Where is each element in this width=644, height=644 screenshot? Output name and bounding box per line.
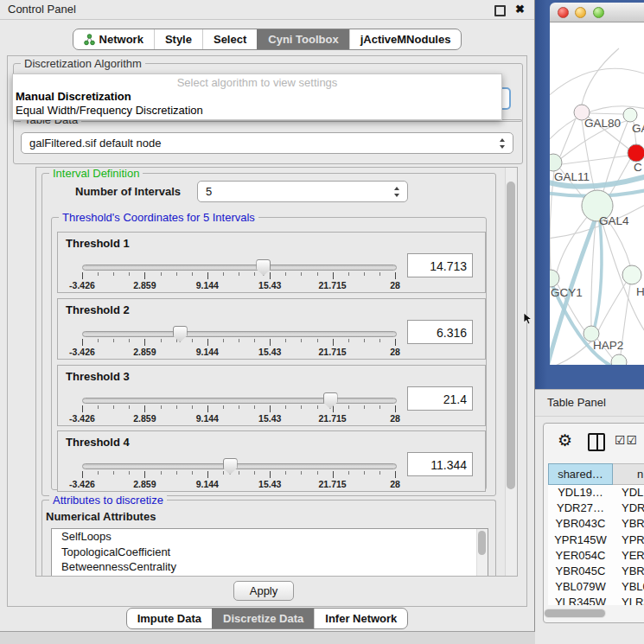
- slider-tick-label: -3.426: [69, 280, 95, 290]
- slider-tick-label: 15.43: [258, 479, 281, 489]
- minimize-traffic-light[interactable]: [575, 7, 586, 18]
- network-edge[interactable]: [550, 68, 644, 99]
- tab-infer-network[interactable]: Infer Network: [314, 609, 407, 628]
- slider-tick-label: 15.43: [258, 280, 281, 290]
- table-row[interactable]: YBR045CYBR0: [548, 564, 644, 579]
- network-node-label: GCY1: [551, 286, 583, 299]
- interval-definition-group: Interval Definition Number of Intervals …: [41, 173, 496, 496]
- node-table-rows: YDL19…YDL1YDR27…YDR2YBR043CYBR0YPR145WYP…: [548, 485, 644, 605]
- threshold-2-slider-track[interactable]: [82, 331, 397, 337]
- threshold-3-slider-ticks: [82, 405, 395, 413]
- attribute-item-selfloops[interactable]: SelfLoops: [52, 529, 488, 545]
- network-edge[interactable]: [609, 159, 630, 195]
- network-edge[interactable]: [560, 118, 576, 156]
- settings-scroll-area: Interval Definition Number of Intervals …: [35, 167, 518, 577]
- table-row[interactable]: YDL19…YDL1: [548, 485, 644, 501]
- control-panel-titlebar: Control Panel ✖: [0, 0, 534, 20]
- slider-tick-label: -3.426: [69, 479, 95, 489]
- threshold-3-value-field[interactable]: 21.4: [407, 386, 473, 411]
- tab-network[interactable]: Network: [73, 29, 154, 49]
- network-canvas[interactable]: GAL80GACGAL11GAL4GCY1HHAP2: [550, 22, 644, 365]
- table-panel-header: Table Panel: [535, 390, 644, 417]
- settings-scrollbar-thumb[interactable]: [507, 182, 515, 489]
- table-row[interactable]: YER054CYER0: [548, 548, 644, 564]
- table-data-combobox[interactable]: galFiltered.sif default node: [21, 132, 513, 154]
- slider-tick-label: 15.43: [258, 347, 281, 357]
- tab-discretize-data[interactable]: Discretize Data: [212, 609, 314, 628]
- algorithm-popup-item-manual[interactable]: Manual Discretization: [13, 90, 501, 104]
- network-window-titlebar: [550, 3, 644, 22]
- table-horizontal-scrollbar[interactable]: [544, 609, 606, 618]
- attribute-item-topologicalcoefficient[interactable]: TopologicalCoefficient: [52, 545, 488, 560]
- attribute-item-betweennesscentrality[interactable]: BetweennessCentrality: [52, 559, 488, 575]
- node-table: shared… n YDL19…YDL1YDR27…YDR2YBR043CYBR…: [548, 463, 644, 609]
- attributes-list-scrollbar[interactable]: [476, 529, 488, 577]
- network-edge[interactable]: [557, 216, 588, 272]
- network-edge[interactable]: [582, 48, 619, 105]
- float-window-icon[interactable]: [494, 5, 506, 16]
- checked-columns-icon[interactable]: ☑☑: [615, 433, 638, 447]
- network-node[interactable]: [623, 108, 637, 122]
- tab-style[interactable]: Style: [154, 29, 202, 49]
- slider-tick-label: 21.715: [319, 347, 347, 357]
- threshold-4-label: Threshold 4: [66, 436, 130, 449]
- tab-select[interactable]: Select: [202, 29, 257, 49]
- network-edge[interactable]: [562, 156, 628, 164]
- tab-cyni-toolbox[interactable]: Cyni Toolbox: [257, 29, 348, 49]
- mouse-cursor: [523, 312, 532, 325]
- tab-jactivemnodules[interactable]: jActiveMNodules: [349, 29, 462, 49]
- combo-spinner-icon: [394, 187, 400, 197]
- threshold-1-value-field[interactable]: 14.713: [407, 253, 473, 277]
- network-node-label: GAL11: [554, 170, 590, 183]
- apply-button[interactable]: Apply: [233, 581, 294, 601]
- threshold-3-slider-track[interactable]: [82, 398, 397, 404]
- table-row[interactable]: YLR345WYLR3: [548, 595, 644, 605]
- network-edge-highlighted[interactable]: [595, 221, 602, 327]
- tab-impute-data[interactable]: Impute Data: [127, 609, 212, 628]
- window-title: Control Panel: [8, 0, 76, 19]
- threshold-4-slider-track[interactable]: [82, 463, 397, 469]
- threshold-1-slider-track[interactable]: [82, 265, 397, 271]
- thresholds-group: Threshold's Coordinates for 5 Intervals …: [51, 217, 487, 490]
- network-edge[interactable]: [591, 221, 596, 326]
- table-row[interactable]: YBR043CYBR0: [548, 516, 644, 532]
- split-columns-icon[interactable]: [588, 433, 605, 451]
- slider-tick-label: 9.144: [196, 347, 219, 357]
- threshold-4-value-field[interactable]: 11.344: [407, 452, 473, 476]
- slider-tick-label: 9.144: [196, 479, 219, 489]
- table-row[interactable]: YDR27…YDR2: [548, 501, 644, 516]
- zoom-traffic-light[interactable]: [593, 7, 604, 18]
- network-edge[interactable]: [590, 113, 623, 114]
- threshold-4-box: Threshold 4-3.4262.8599.14415.4321.71528…: [57, 430, 486, 492]
- table-row[interactable]: YPR145WYPR1: [548, 532, 644, 548]
- table-row[interactable]: YBL079WYBL0: [548, 579, 644, 595]
- combo-spinner-icon: [500, 138, 506, 149]
- threshold-2-value-field[interactable]: 6.316: [407, 320, 473, 344]
- close-icon[interactable]: ✖: [515, 2, 525, 17]
- interval-definition-group-label: Interval Definition: [49, 167, 143, 180]
- network-node[interactable]: [550, 154, 562, 171]
- slider-tick-label: 2.859: [133, 413, 156, 424]
- number-of-intervals-combobox[interactable]: 5: [197, 181, 408, 202]
- close-traffic-light[interactable]: [558, 7, 569, 18]
- threshold-3-label: Threshold 3: [66, 370, 130, 383]
- network-node[interactable]: [628, 144, 644, 162]
- algorithm-popup-item-equal-width[interactable]: Equal Width/Frequency Discretization: [13, 104, 501, 118]
- network-edge[interactable]: [598, 283, 626, 331]
- column-header-name[interactable]: n: [613, 463, 644, 485]
- slider-tick-label: 28: [390, 479, 400, 489]
- table-data-combobox-value: galFiltered.sif default node: [29, 133, 161, 153]
- network-node[interactable]: [622, 265, 641, 284]
- network-node[interactable]: [611, 354, 627, 365]
- column-header-shared-name[interactable]: shared…: [548, 463, 613, 485]
- network-node-label: GAL80: [584, 117, 621, 130]
- thresholds-group-label: Threshold's Coordinates for 5 Intervals: [59, 211, 258, 224]
- slider-tick-label: 21.715: [319, 280, 347, 290]
- settings-vertical-scrollbar[interactable]: [505, 168, 517, 576]
- gear-icon[interactable]: ⚙: [558, 430, 572, 450]
- number-of-intervals-value: 5: [206, 182, 212, 201]
- table-panel-card: ⚙ ☑☑ shared… n YDL19…YDL1YDR27…YDR2YBR04…: [543, 423, 644, 623]
- network-node-label: GAL4: [599, 214, 629, 227]
- network-desktop-background: GAL80GACGAL11GAL4GCY1HHAP2: [535, 0, 644, 389]
- control-panel-window: Control Panel ✖ NetworkStyleSelectCyni T…: [0, 0, 535, 632]
